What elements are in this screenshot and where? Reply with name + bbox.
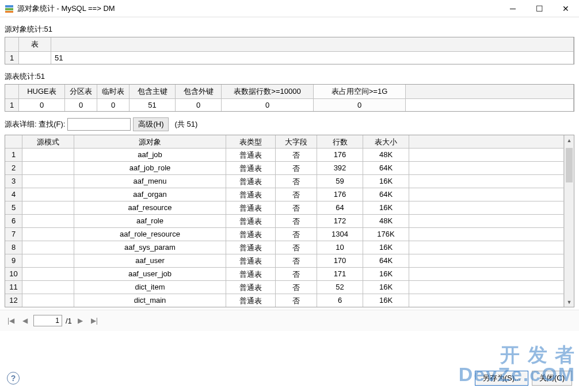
prev-page-button[interactable]: ◀ [20, 315, 30, 326]
cell-blank [409, 281, 564, 294]
titlebar: 源对象统计 - MySQL ==> DM ─ ☐ ✕ [0, 0, 579, 17]
cell-schema [22, 254, 74, 267]
minimize-button[interactable]: ─ [500, 0, 526, 17]
cell-schema [22, 241, 74, 254]
cell-lob: 否 [276, 149, 317, 161]
section1-label: 源对象统计:51 [0, 17, 579, 37]
col-rows: 行数 [317, 135, 363, 148]
vertical-scrollbar[interactable]: ▲ ▼ [564, 135, 574, 307]
cell-size: 16K [363, 281, 409, 294]
cell-schema [22, 215, 74, 227]
cell-type: 普通表 [226, 149, 276, 161]
last-page-button[interactable]: ▶| [89, 315, 100, 326]
svg-rect-1 [5, 8, 13, 10]
cell-schema [22, 175, 74, 188]
cell-size: 64K [363, 162, 409, 174]
advanced-button[interactable]: 高级(H) [133, 117, 169, 131]
save-as-button[interactable]: 另存为(S)... [475, 371, 528, 386]
cell-object: aaf_role [74, 215, 226, 227]
cell-lob: 否 [276, 241, 317, 254]
cell-size: 16K [363, 175, 409, 188]
cell: 0 [65, 99, 97, 111]
cell-schema [22, 201, 74, 214]
maximize-button[interactable]: ☐ [526, 0, 553, 17]
table-row[interactable]: 1aaf_job普通表否17648K [5, 149, 564, 162]
row-num: 5 [5, 201, 22, 214]
cell-blank [409, 268, 564, 280]
cell-type: 普通表 [226, 175, 276, 188]
cell-rows: 392 [317, 162, 363, 174]
cell-type: 普通表 [226, 228, 276, 241]
col-table: 表 [19, 37, 51, 51]
cell-type: 普通表 [226, 188, 276, 201]
col-size: 表大小 [363, 135, 409, 148]
cell-size: 16K [363, 201, 409, 214]
cell-blank [409, 201, 564, 214]
cell-rows: 172 [317, 215, 363, 227]
cell-rows: 64 [317, 201, 363, 214]
svg-rect-0 [5, 5, 13, 7]
row-num: 10 [5, 268, 22, 280]
cell-value: 51 [51, 52, 574, 64]
scroll-up-arrow[interactable]: ▲ [565, 135, 574, 145]
close-button[interactable]: ✕ [553, 0, 579, 17]
table-row[interactable]: 9aaf_user普通表否17064K [5, 254, 564, 268]
cell-object: aaf_resource [74, 201, 226, 214]
cell: 0 [222, 99, 314, 111]
table-stat-grid: HUGE表 分区表 临时表 包含主键 包含外键 表数据行数>=10000 表占用… [5, 84, 574, 112]
cell-size: 48K [363, 215, 409, 227]
corner-cell [5, 135, 22, 148]
table-row[interactable]: 4aaf_organ普通表否17664K [5, 188, 564, 201]
table-row[interactable]: 2aaf_job_role普通表否39264K [5, 162, 564, 175]
cell-object: aaf_user_job [74, 268, 226, 280]
cell-object: dict_item [74, 281, 226, 294]
row-num: 9 [5, 254, 22, 267]
row-num: 4 [5, 188, 22, 201]
col-rows10k: 表数据行数>=10000 [222, 85, 314, 98]
detail-grid-wrap: 源模式 源对象 表类型 大字段 行数 表大小 1aaf_job普通表否17648… [5, 135, 574, 307]
cell [406, 99, 574, 111]
cell-schema [22, 268, 74, 280]
table-row[interactable]: 5aaf_resource普通表否6416K [5, 201, 564, 215]
cell-type: 普通表 [226, 268, 276, 280]
section2-label: 源表统计:51 [0, 64, 579, 84]
search-input[interactable] [67, 118, 131, 131]
cell-lob: 否 [276, 215, 317, 227]
row-num: 7 [5, 228, 22, 241]
col-temp: 临时表 [97, 85, 129, 98]
col-huge: HUGE表 [19, 85, 65, 98]
cell-object: aaf_role_resource [74, 228, 226, 241]
cell: 0 [314, 99, 406, 111]
cell-size: 16K [363, 268, 409, 280]
col-schema: 源模式 [22, 135, 74, 148]
cell-lob: 否 [276, 281, 317, 294]
cell-object: aaf_sys_param [74, 241, 226, 254]
cell [19, 52, 51, 64]
scroll-thumb[interactable] [566, 148, 573, 182]
col-blank [51, 37, 574, 51]
table-row[interactable]: 8aaf_sys_param普通表否1016K [5, 241, 564, 254]
help-icon[interactable]: ? [7, 372, 20, 385]
cell-type: 普通表 [226, 294, 276, 307]
col-lob: 大字段 [276, 135, 317, 148]
table-row[interactable]: 7aaf_role_resource普通表否1304176K [5, 228, 564, 241]
cell-lob: 否 [276, 201, 317, 214]
first-page-button[interactable]: |◀ [6, 315, 16, 326]
table-row[interactable]: 10aaf_user_job普通表否17116K [5, 268, 564, 281]
close-dialog-button[interactable]: 关闭(C) [532, 371, 572, 386]
page-input[interactable] [33, 315, 62, 326]
table-row[interactable]: 12dict_main普通表否616K [5, 294, 564, 307]
table-row[interactable]: 6aaf_role普通表否17248K [5, 215, 564, 228]
table-row[interactable]: 3aaf_menu普通表否5916K [5, 175, 564, 188]
cell: 0 [19, 99, 65, 111]
cell-blank [409, 254, 564, 267]
next-page-button[interactable]: ▶ [75, 315, 86, 326]
cell-object: aaf_user [74, 254, 226, 267]
cell-blank [409, 241, 564, 254]
cell-object: aaf_organ [74, 188, 226, 201]
row-num: 1 [5, 149, 22, 161]
cell-blank [409, 228, 564, 241]
scroll-down-arrow[interactable]: ▼ [565, 297, 574, 307]
table-row[interactable]: 11dict_item普通表否5216K [5, 281, 564, 294]
cell-schema [22, 294, 74, 307]
